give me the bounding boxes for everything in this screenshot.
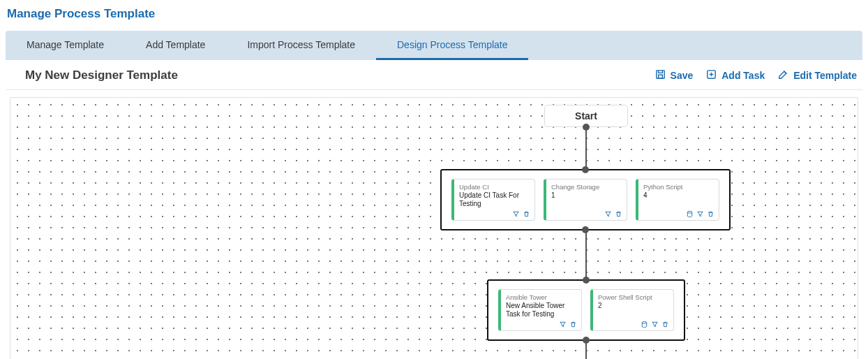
task-category: Ansible Tower [506,293,577,301]
edit-icon [777,68,789,82]
task-category: Update CI [459,183,530,191]
task-card-ansible-tower[interactable]: Ansible Tower New Ansible Tower Task for… [498,289,582,331]
svg-rect-1 [658,75,662,78]
trash-icon[interactable] [523,210,530,218]
designer-canvas[interactable]: Start Update CI Update CI Task For Testi… [10,97,858,359]
connector-stage1-stage2 [585,230,587,279]
task-card-powershell-script[interactable]: Power Shell Script 2 [590,289,674,331]
db-icon[interactable] [641,321,648,328]
task-category: Change Storage [551,183,622,191]
filter-icon[interactable] [512,210,520,218]
content-header: My New Designer Template Save Add Task E… [6,60,862,90]
stage2-port-in[interactable] [583,277,590,284]
trash-icon[interactable] [707,210,714,218]
task-name: New Ansible Tower Task for Testing [506,302,577,318]
db-icon[interactable] [686,210,694,218]
edit-template-label: Edit Template [793,70,857,81]
task-card-python-script[interactable]: Python Script 4 [636,179,719,221]
plus-icon [705,68,717,82]
task-category: Python Script [643,183,714,191]
filter-icon[interactable] [651,321,659,328]
task-name: Update CI Task For Testing [459,191,530,207]
task-card-update-ci[interactable]: Update CI Update CI Task For Testing [451,179,535,221]
svg-point-4 [642,321,646,323]
template-name: My New Designer Template [25,68,642,82]
tab-design-process-template[interactable]: Design Process Template [376,31,528,60]
tab-bar: Manage Template Add Template Import Proc… [6,31,862,60]
filter-icon[interactable] [696,210,704,218]
trash-icon[interactable] [661,321,669,328]
stage-box-2[interactable]: Ansible Tower New Ansible Tower Task for… [487,279,685,341]
save-button[interactable]: Save [654,68,694,82]
tab-import-process-template[interactable]: Import Process Template [226,31,376,60]
trash-icon[interactable] [569,321,577,328]
task-name: 4 [643,191,714,200]
task-name: 1 [551,191,622,200]
svg-point-3 [687,211,691,213]
edit-template-button[interactable]: Edit Template [777,68,857,82]
stage-box-1[interactable]: Update CI Update CI Task For Testing Cha… [440,169,731,230]
task-card-change-storage[interactable]: Change Storage 1 [544,179,627,221]
stage1-port-in[interactable] [582,166,589,173]
add-task-button[interactable]: Add Task [705,68,765,82]
start-node[interactable]: Start [544,105,628,127]
start-label: Start [575,110,597,122]
filter-icon[interactable] [604,210,612,218]
save-icon [654,68,666,82]
task-category: Power Shell Script [598,293,669,301]
connector-stage2-down [585,341,587,359]
add-task-label: Add Task [721,70,765,81]
save-label: Save [671,70,694,81]
task-name: 2 [598,302,669,310]
connector-start-stage1 [585,127,587,169]
tab-add-template[interactable]: Add Template [125,31,226,60]
page-title: Manage Process Template [0,0,868,31]
trash-icon[interactable] [615,210,622,218]
tab-manage-template[interactable]: Manage Template [6,31,125,60]
filter-icon[interactable] [559,321,567,328]
